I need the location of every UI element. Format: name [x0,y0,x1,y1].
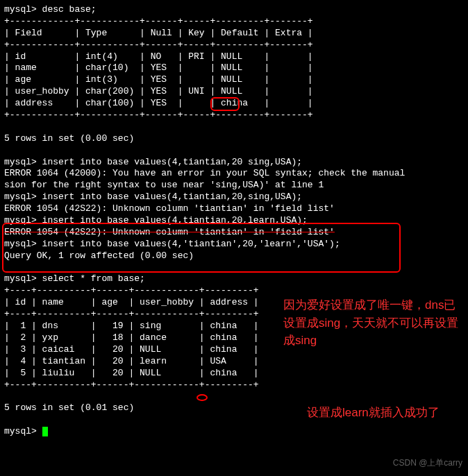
error-text: ERROR 1064 (42000): You have an error in… [4,168,464,180]
mysql-prompt-insert[interactable]: mysql> insert into base values(4,tiantia… [4,215,464,227]
table-border: +------------+-----------+------+-----+-… [4,40,464,51]
table-row: | 4 | tiantian | 20 | learn | USA | [4,356,464,368]
annotation-text: 因为爱好设置成了唯一键，dns已设置成sing，天天就不可以再设置成sing [283,296,464,350]
table-row: | address | char(100) | YES | | china | … [4,98,464,110]
table-row: | name | char(10) | YES | | NULL | | [4,62,464,74]
mysql-prompt[interactable]: mysql> [4,426,464,438]
annotation-text: 设置成learn就插入成功了 [307,404,460,422]
error-text: ERROR 1054 (42S22): Unknown column 'tian… [4,203,464,215]
table-border: +------------+-----------+------+-----+-… [4,110,464,121]
table-row: | user_hobby | char(200) | YES | UNI | N… [4,86,464,98]
table-row: | age | int(3) | YES | | NULL | | [4,74,464,86]
table-border: +----+----------+------+------------+---… [4,285,464,297]
error-text: sion for the right syntax to use near 's… [4,180,464,192]
summary-text: 5 rows in set (0.00 sec) [4,133,464,145]
table-row: | 5 | liuliu | 20 | NULL | china | [4,368,464,380]
mysql-prompt-insert[interactable]: mysql> insert into base values(4,'tianti… [4,239,464,250]
table-border: +----+----------+------+------------+---… [4,380,464,391]
mysql-prompt-desc[interactable]: mysql> desc base; [4,4,464,16]
error-text-struck: ERROR 1054 (42S22): Unknown column 'tian… [4,227,464,239]
watermark-text: CSDN @上单carry [393,458,462,469]
cursor-icon [42,427,48,436]
terminal-output: mysql> desc base; +------------+--------… [4,4,464,438]
mysql-prompt-insert[interactable]: mysql> insert into base values(4,tiantia… [4,192,464,203]
table-border: +------------+-----------+------+-----+-… [4,16,464,28]
table-row: | id | int(4) | NO | PRI | NULL | | [4,51,464,63]
query-ok-text: Query OK, 1 row affected (0.00 sec) [4,250,464,262]
mysql-prompt-select[interactable]: mysql> select * from base; [4,273,464,285]
mysql-prompt-insert[interactable]: mysql> insert into base values(4,tiantia… [4,157,464,169]
table-header: | Field | Type | Null | Key | Default | … [4,28,464,40]
